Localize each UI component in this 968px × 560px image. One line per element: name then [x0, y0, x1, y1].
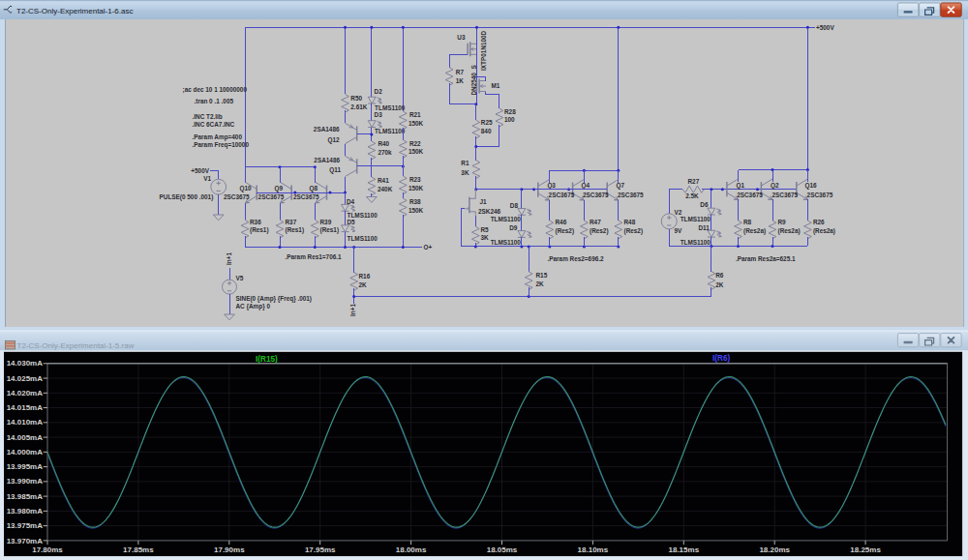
svg-text:(Res2): (Res2) — [624, 227, 644, 235]
svg-text:TLMS1100: TLMS1100 — [375, 104, 406, 111]
svg-text:I(R15): I(R15) — [256, 355, 278, 364]
svg-text:I(R6): I(R6) — [712, 354, 730, 363]
svg-text:R38: R38 — [409, 198, 421, 205]
svg-text:2SC3675: 2SC3675 — [583, 192, 609, 198]
svg-text:2SC3675: 2SC3675 — [807, 192, 833, 198]
svg-text:2SA1486: 2SA1486 — [314, 157, 340, 163]
svg-text:13.990mA: 13.990mA — [7, 477, 44, 486]
svg-text:D4: D4 — [347, 198, 355, 205]
svg-text:.Param Res2a=625.1: .Param Res2a=625.1 — [736, 255, 796, 262]
svg-text:2SC3675: 2SC3675 — [618, 192, 644, 198]
svg-text:2K: 2K — [359, 281, 368, 288]
svg-text:14.025mA: 14.025mA — [7, 374, 44, 383]
svg-text:14.020mA: 14.020mA — [7, 389, 44, 398]
svg-text:PULSE(0 500 .001): PULSE(0 500 .001) — [160, 193, 214, 201]
svg-text:SINE(0 {Amp} {Freq} .001): SINE(0 {Amp} {Freq} .001) — [236, 295, 313, 303]
svg-text:R8: R8 — [743, 219, 752, 225]
svg-text:840: 840 — [481, 128, 492, 134]
svg-text:.Param Amp=400: .Param Amp=400 — [193, 133, 243, 141]
svg-text:.INC T2.lib: .INC T2.lib — [193, 113, 223, 120]
svg-text:Q10: Q10 — [240, 185, 253, 192]
svg-text:J1: J1 — [480, 198, 488, 205]
svg-text:18.10ms: 18.10ms — [578, 545, 609, 554]
svg-text:(Res1): (Res1) — [320, 226, 340, 234]
svg-text:13.995mA: 13.995mA — [7, 462, 44, 471]
svg-text:TLMS1100: TLMS1100 — [491, 239, 522, 246]
svg-text:O+: O+ — [424, 244, 433, 251]
svg-text:R22: R22 — [409, 140, 421, 147]
svg-text:18.05ms: 18.05ms — [487, 545, 518, 554]
svg-text:.Param Freq=10000: .Param Freq=10000 — [193, 141, 250, 149]
svg-text:D8: D8 — [510, 202, 519, 209]
svg-text:R39: R39 — [320, 219, 332, 225]
svg-text:14.000mA: 14.000mA — [7, 448, 44, 457]
svg-text:D3: D3 — [375, 111, 383, 118]
svg-text:2SC3675: 2SC3675 — [258, 193, 285, 200]
svg-text:Q12: Q12 — [327, 136, 340, 144]
svg-text:R26: R26 — [813, 219, 825, 225]
svg-text:Q2: Q2 — [771, 182, 779, 190]
svg-text:2K: 2K — [715, 281, 724, 288]
svg-text:270k: 270k — [378, 149, 392, 156]
svg-text:150K: 150K — [408, 120, 424, 127]
svg-text:2SC3675: 2SC3675 — [293, 193, 319, 200]
svg-text:T2-CS-Only-Experimental-1-6.as: T2-CS-Only-Experimental-1-6.asc — [16, 7, 133, 15]
svg-text:M1: M1 — [492, 82, 500, 89]
svg-text:100: 100 — [504, 116, 515, 123]
svg-text:T2-CS-Only-Experimental-1-5.ra: T2-CS-Only-Experimental-1-5.raw — [17, 341, 135, 350]
svg-text:R48: R48 — [624, 219, 636, 225]
svg-text:Q11: Q11 — [329, 166, 341, 174]
svg-text:R37: R37 — [286, 219, 297, 225]
svg-text:.INC 6CA7.INC: .INC 6CA7.INC — [193, 121, 235, 128]
svg-text:D2: D2 — [375, 88, 383, 95]
svg-text:240K: 240K — [378, 186, 393, 192]
svg-text:(Res2a): (Res2a) — [813, 227, 835, 235]
svg-text:13.970mA: 13.970mA — [7, 537, 44, 545]
svg-text:R15: R15 — [536, 272, 548, 279]
svg-text:D11: D11 — [698, 224, 710, 231]
svg-text:TLMS1100: TLMS1100 — [375, 128, 406, 134]
svg-text:(Res2): (Res2) — [590, 227, 609, 235]
svg-text:2SC3675: 2SC3675 — [737, 192, 763, 198]
svg-text:(Res2a): (Res2a) — [743, 227, 766, 235]
svg-text:R6: R6 — [715, 272, 724, 279]
svg-text:;ac dec 10 1 10000000: ;ac dec 10 1 10000000 — [183, 86, 248, 94]
svg-text:14.010mA: 14.010mA — [7, 418, 44, 427]
svg-text:Q9: Q9 — [275, 185, 284, 192]
svg-text:2.61K: 2.61K — [350, 103, 367, 110]
svg-text:DN2540_S: DN2540_S — [470, 65, 477, 96]
svg-text:R1: R1 — [461, 160, 469, 166]
svg-text:17.95ms: 17.95ms — [305, 545, 336, 554]
svg-text:2SK246: 2SK246 — [478, 208, 501, 215]
svg-text:13.975mA: 13.975mA — [7, 521, 44, 530]
svg-text:D6: D6 — [700, 201, 709, 208]
svg-text:1K: 1K — [456, 77, 465, 84]
svg-text:R23: R23 — [409, 176, 421, 183]
svg-text:R36: R36 — [250, 219, 261, 225]
svg-text:.Param Res2=696.2: .Param Res2=696.2 — [548, 255, 605, 262]
svg-text:TLMS1100: TLMS1100 — [681, 239, 711, 246]
svg-text:R50: R50 — [350, 95, 362, 102]
svg-text:150K: 150K — [408, 207, 424, 214]
svg-text:18.00ms: 18.00ms — [396, 545, 427, 554]
svg-text:In+1: In+1 — [226, 252, 232, 265]
svg-text:150K: 150K — [408, 185, 424, 192]
svg-text:R40: R40 — [378, 140, 389, 147]
svg-text:2.5K: 2.5K — [685, 192, 699, 199]
svg-text:R16: R16 — [359, 273, 371, 280]
svg-text:R9: R9 — [778, 219, 787, 225]
svg-text:TLMS1100: TLMS1100 — [348, 235, 378, 242]
svg-text:R28: R28 — [504, 108, 516, 115]
svg-text:Q7: Q7 — [617, 182, 625, 190]
svg-text:(Res1): (Res1) — [286, 226, 305, 234]
svg-text:(Res2a): (Res2a) — [778, 227, 801, 235]
svg-text:R25: R25 — [481, 119, 493, 126]
svg-text:17.90ms: 17.90ms — [214, 545, 245, 554]
svg-text:(Res2): (Res2) — [556, 227, 575, 235]
svg-text:9V: 9V — [675, 227, 683, 234]
svg-text:D5: D5 — [348, 219, 356, 225]
svg-text:2SA1486: 2SA1486 — [314, 126, 340, 133]
svg-text:17.80ms: 17.80ms — [32, 545, 63, 554]
svg-text:Q8: Q8 — [310, 185, 318, 192]
svg-text:150K: 150K — [408, 148, 424, 155]
